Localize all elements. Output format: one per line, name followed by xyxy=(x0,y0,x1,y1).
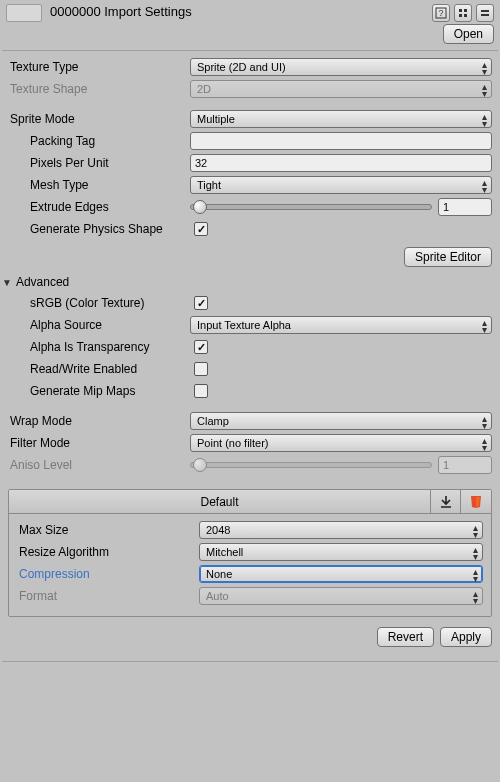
extrude-edges-field[interactable]: 1 xyxy=(438,198,492,216)
triangle-down-icon: ▼ xyxy=(2,277,12,288)
chevron-updown-icon: ▴▾ xyxy=(482,415,487,429)
chevron-updown-icon: ▴▾ xyxy=(482,319,487,333)
srgb-label: sRGB (Color Texture) xyxy=(8,296,194,310)
aniso-level-label: Aniso Level xyxy=(8,458,190,472)
preset-icon[interactable] xyxy=(454,4,472,22)
resize-algo-value: Mitchell xyxy=(206,546,243,558)
texture-shape-value: 2D xyxy=(197,83,211,95)
help-icon[interactable]: ? xyxy=(432,4,450,22)
alpha-trans-checkbox[interactable] xyxy=(194,340,208,354)
platform-tab-standalone[interactable] xyxy=(431,490,461,513)
alpha-source-value: Input Texture Alpha xyxy=(197,319,291,331)
compression-value: None xyxy=(206,568,232,580)
mesh-type-value: Tight xyxy=(197,179,221,191)
format-select: Auto ▴▾ xyxy=(199,587,483,605)
mesh-type-select[interactable]: Tight ▴▾ xyxy=(190,176,492,194)
apply-row: Revert Apply xyxy=(0,617,500,657)
extrude-edges-value: 1 xyxy=(443,201,449,213)
open-button[interactable]: Open xyxy=(443,24,494,44)
revert-button[interactable]: Revert xyxy=(377,627,434,647)
platform-body: Max Size 2048 ▴▾ Resize Algorithm Mitche… xyxy=(9,514,491,616)
aniso-level-slider: 1 xyxy=(190,456,492,474)
max-size-value: 2048 xyxy=(206,524,230,536)
packing-tag-label: Packing Tag xyxy=(8,134,190,148)
physics-shape-checkbox[interactable] xyxy=(194,222,208,236)
slider-thumb xyxy=(193,458,207,472)
texture-shape-label: Texture Shape xyxy=(8,82,190,96)
format-value: Auto xyxy=(206,590,229,602)
extrude-edges-slider[interactable]: 1 xyxy=(190,198,492,216)
texture-shape-select: 2D ▴▾ xyxy=(190,80,492,98)
texture-type-select[interactable]: Sprite (2D and UI) ▴▾ xyxy=(190,58,492,76)
mipmaps-checkbox[interactable] xyxy=(194,384,208,398)
filter-mode-select[interactable]: Point (no filter) ▴▾ xyxy=(190,434,492,452)
divider xyxy=(2,661,498,662)
compression-label: Compression xyxy=(17,567,199,581)
resize-algo-select[interactable]: Mitchell ▴▾ xyxy=(199,543,483,561)
chevron-updown-icon: ▴▾ xyxy=(482,83,487,97)
svg-rect-3 xyxy=(481,14,489,16)
slider-track[interactable] xyxy=(190,204,432,210)
platform-tab-default-label: Default xyxy=(200,495,238,509)
settings-icon[interactable] xyxy=(476,4,494,22)
sprite-mode-value: Multiple xyxy=(197,113,235,125)
sprite-editor-row: Sprite Editor xyxy=(0,243,500,271)
sprite-mode-select[interactable]: Multiple ▴▾ xyxy=(190,110,492,128)
sprite-mode-label: Sprite Mode xyxy=(8,112,190,126)
advanced-foldout[interactable]: ▼ Advanced xyxy=(0,271,500,293)
compression-select[interactable]: None ▴▾ xyxy=(199,565,483,583)
aniso-level-value: 1 xyxy=(443,459,449,471)
chevron-updown-icon: ▴▾ xyxy=(473,524,478,538)
html5-icon xyxy=(469,495,483,509)
download-icon xyxy=(439,495,453,509)
chevron-updown-icon: ▴▾ xyxy=(473,568,478,582)
ppu-field[interactable]: 32 xyxy=(190,154,492,172)
open-row: Open xyxy=(0,22,500,50)
wrap-mode-value: Clamp xyxy=(197,415,229,427)
asset-title: 0000000 Import Settings xyxy=(42,4,432,19)
svg-text:?: ? xyxy=(438,8,443,18)
sampling-section: Wrap Mode Clamp ▴▾ Filter Mode Point (no… xyxy=(0,405,500,479)
alpha-source-label: Alpha Source xyxy=(8,318,190,332)
filter-mode-label: Filter Mode xyxy=(8,436,190,450)
chevron-updown-icon: ▴▾ xyxy=(473,590,478,604)
apply-button[interactable]: Apply xyxy=(440,627,492,647)
texture-type-label: Texture Type xyxy=(8,60,190,74)
mesh-type-label: Mesh Type xyxy=(8,178,190,192)
platform-tab-default[interactable]: Default xyxy=(9,490,431,513)
advanced-title: Advanced xyxy=(16,275,69,289)
sprite-section: Sprite Mode Multiple ▴▾ Packing Tag Pixe… xyxy=(0,103,500,243)
alpha-trans-label: Alpha Is Transparency xyxy=(8,340,194,354)
srgb-checkbox[interactable] xyxy=(194,296,208,310)
packing-tag-field[interactable] xyxy=(190,132,492,150)
extrude-edges-label: Extrude Edges xyxy=(8,200,190,214)
format-label: Format xyxy=(17,589,199,603)
aniso-level-field: 1 xyxy=(438,456,492,474)
asset-thumbnail-icon xyxy=(6,4,42,22)
wrap-mode-select[interactable]: Clamp ▴▾ xyxy=(190,412,492,430)
texture-type-value: Sprite (2D and UI) xyxy=(197,61,286,73)
alpha-source-select[interactable]: Input Texture Alpha ▴▾ xyxy=(190,316,492,334)
slider-thumb[interactable] xyxy=(193,200,207,214)
platform-box: Default Max Size 2048 ▴▾ Resize Algorith… xyxy=(8,489,492,617)
readwrite-checkbox[interactable] xyxy=(194,362,208,376)
header-button-group: ? xyxy=(432,4,494,22)
max-size-label: Max Size xyxy=(17,523,199,537)
readwrite-label: Read/Write Enabled xyxy=(8,362,194,376)
resize-algo-label: Resize Algorithm xyxy=(17,545,199,559)
sprite-editor-button[interactable]: Sprite Editor xyxy=(404,247,492,267)
advanced-section: sRGB (Color Texture) Alpha Source Input … xyxy=(0,293,500,405)
mipmaps-label: Generate Mip Maps xyxy=(8,384,194,398)
chevron-updown-icon: ▴▾ xyxy=(473,546,478,560)
filter-mode-value: Point (no filter) xyxy=(197,437,269,449)
platform-tabs: Default xyxy=(9,490,491,514)
ppu-label: Pixels Per Unit xyxy=(8,156,190,170)
platform-tab-webgl[interactable] xyxy=(461,490,491,513)
chevron-updown-icon: ▴▾ xyxy=(482,113,487,127)
inspector-header: 0000000 Import Settings ? xyxy=(0,0,500,22)
wrap-mode-label: Wrap Mode xyxy=(8,414,190,428)
texture-section: Texture Type Sprite (2D and UI) ▴▾ Textu… xyxy=(0,51,500,103)
chevron-updown-icon: ▴▾ xyxy=(482,61,487,75)
max-size-select[interactable]: 2048 ▴▾ xyxy=(199,521,483,539)
ppu-value: 32 xyxy=(195,157,207,169)
